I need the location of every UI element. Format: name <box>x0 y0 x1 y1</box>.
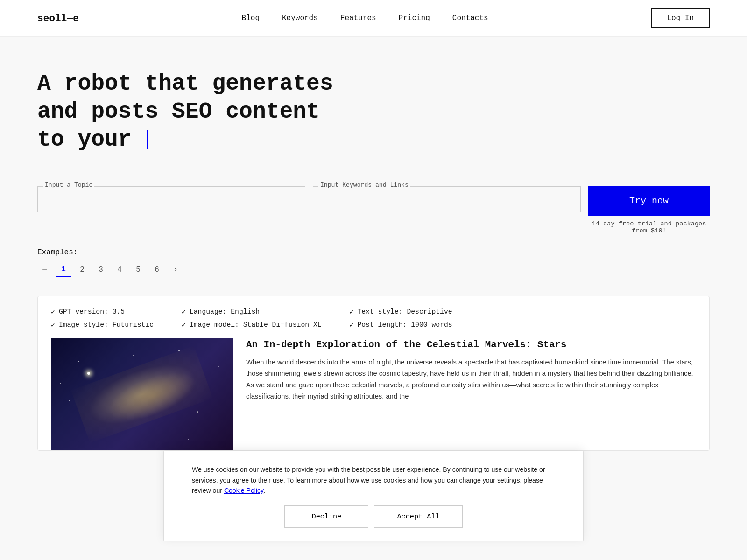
nav-keywords[interactable]: Keywords <box>282 14 318 22</box>
nav-links: Blog Keywords Features Pricing Contacts <box>242 14 488 22</box>
hero-line3: to your <box>37 127 132 152</box>
page-next-button[interactable]: › <box>168 262 183 277</box>
card-content: An In-depth Exploration of the Celestial… <box>51 338 696 450</box>
meta-col-2: ✓ Language: English ✓ Image model: Stabl… <box>182 308 322 329</box>
cookie-banner: We use cookies on our website to provide… <box>163 451 584 541</box>
cookie-policy-link[interactable]: Cookie Policy <box>224 487 263 494</box>
meta-image-style-label: Image style: Futuristic <box>59 321 154 329</box>
logo[interactable]: seoll—e <box>37 13 79 24</box>
bright-star <box>87 372 90 375</box>
check-icon-6: ✓ <box>350 321 354 329</box>
card-title: An In-depth Exploration of the Celestial… <box>246 338 696 351</box>
cookie-period: . <box>263 487 265 494</box>
check-icon-3: ✓ <box>182 308 186 316</box>
keywords-input-group: Input Keywords and Links <box>313 186 581 212</box>
nav-pricing[interactable]: Pricing <box>399 14 430 22</box>
meta-col-1: ✓ GPT version: 3.5 ✓ Image style: Futuri… <box>51 308 154 329</box>
meta-post-length: ✓ Post length: 1000 words <box>350 321 452 329</box>
meta-gpt-label: GPT version: 3.5 <box>59 308 125 315</box>
page-2-button[interactable]: 2 <box>75 262 90 277</box>
keywords-label: Input Keywords and Links <box>318 182 410 189</box>
hero-heading: A robot that generates and posts SEO con… <box>37 70 388 154</box>
cookie-text: We use cookies on our website to provide… <box>192 464 555 496</box>
check-icon-5: ✓ <box>350 308 354 316</box>
nav-blog[interactable]: Blog <box>242 14 260 22</box>
check-icon-2: ✓ <box>51 321 55 329</box>
meta-image-style: ✓ Image style: Futuristic <box>51 321 154 329</box>
check-icon-4: ✓ <box>182 321 186 329</box>
example-card: ✓ GPT version: 3.5 ✓ Image style: Futuri… <box>37 296 710 451</box>
navbar: seoll—e Blog Keywords Features Pricing C… <box>0 0 747 37</box>
meta-image-model: ✓ Image model: Stable Diffusion XL <box>182 321 322 329</box>
cookie-buttons: Decline Accept All <box>192 505 555 528</box>
page-5-button[interactable]: 5 <box>131 262 146 277</box>
topic-input[interactable] <box>37 186 305 212</box>
hero-line1: A robot that generates <box>37 71 333 96</box>
meta-gpt-version: ✓ GPT version: 3.5 <box>51 308 154 316</box>
page-3-button[interactable]: 3 <box>93 262 108 277</box>
page-1-button[interactable]: 1 <box>56 262 71 277</box>
nav-features[interactable]: Features <box>340 14 376 22</box>
page-prev-button[interactable]: — <box>37 262 52 277</box>
meta-col-3: ✓ Text style: Descriptive ✓ Post length:… <box>350 308 452 329</box>
meta-language-label: Language: English <box>190 308 260 315</box>
topic-input-group: Input a Topic <box>37 186 305 212</box>
try-now-sub: 14-day free trial and packagesfrom $10! <box>592 220 706 234</box>
card-image <box>51 338 233 450</box>
card-meta: ✓ GPT version: 3.5 ✓ Image style: Futuri… <box>51 308 696 329</box>
topic-label: Input a Topic <box>43 182 94 189</box>
accept-button[interactable]: Accept All <box>374 505 462 528</box>
examples-label: Examples: <box>37 248 710 257</box>
cursor-blink <box>147 130 148 149</box>
check-icon-1: ✓ <box>51 308 55 316</box>
examples-section: Examples: — 1 2 3 4 5 6 › <box>0 244 747 287</box>
meta-language: ✓ Language: English <box>182 308 322 316</box>
keywords-input[interactable] <box>313 186 581 212</box>
card-text: An In-depth Exploration of the Celestial… <box>246 338 696 402</box>
decline-button[interactable]: Decline <box>284 505 368 528</box>
page-6-button[interactable]: 6 <box>149 262 164 277</box>
login-button[interactable]: Log In <box>651 8 710 28</box>
input-section: Input a Topic Input Keywords and Links T… <box>0 172 747 244</box>
meta-text-style-label: Text style: Descriptive <box>357 308 452 315</box>
card-body: When the world descends into the arms of… <box>246 357 696 402</box>
try-now-wrapper: Try now 14-day free trial and packagesfr… <box>588 186 710 234</box>
hero-line2: and posts SEO content <box>37 99 320 124</box>
pagination: — 1 2 3 4 5 6 › <box>37 262 710 277</box>
hero-section: A robot that generates and posts SEO con… <box>0 37 747 172</box>
meta-post-length-label: Post length: 1000 words <box>357 321 452 329</box>
meta-image-model-label: Image model: Stable Diffusion XL <box>190 321 322 329</box>
nav-contacts[interactable]: Contacts <box>452 14 488 22</box>
page-4-button[interactable]: 4 <box>112 262 127 277</box>
try-now-button[interactable]: Try now <box>588 186 710 216</box>
meta-text-style: ✓ Text style: Descriptive <box>350 308 452 316</box>
